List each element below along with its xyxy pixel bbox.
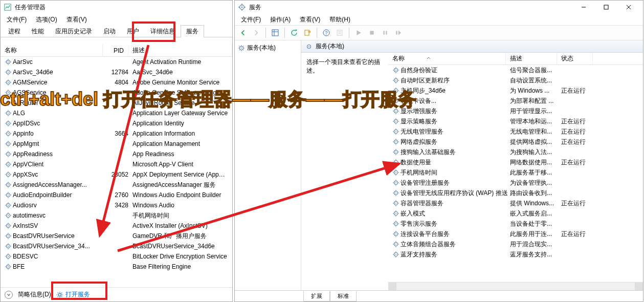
list-item[interactable]: 显示策略服务管理本地和远...正在运行 <box>388 116 643 126</box>
minimize-button[interactable] <box>572 1 595 14</box>
svg-rect-155 <box>370 31 373 34</box>
table-row[interactable]: autotimesvc手机网络时间 <box>1 210 232 221</box>
list-item[interactable]: 自然身份验证信号聚合器服... <box>388 65 643 75</box>
collapse-icon[interactable] <box>5 291 13 299</box>
menu-view[interactable]: 查看(V) <box>62 14 91 25</box>
restart-button[interactable] <box>392 27 405 39</box>
table-row[interactable]: AJRouterAllJoyn Router Service <box>1 98 232 108</box>
list-item[interactable]: 显示增强服务用于管理显示... <box>388 106 643 116</box>
list-item[interactable]: 蓝牙支持服务蓝牙服务支持... <box>388 249 643 260</box>
list-body[interactable]: 自然身份验证信号聚合器服...自动时区更新程序自动设置系统...主机同步_34d… <box>388 65 643 282</box>
pause-button[interactable] <box>379 27 391 39</box>
table-body[interactable]: AarSvcAgent Activation RuntimeAarSvc_34d… <box>1 57 232 272</box>
service-icon <box>5 161 12 168</box>
table-row[interactable]: AppIDSvcApplication Identity <box>1 118 232 128</box>
service-icon <box>5 79 12 86</box>
menu-options[interactable]: 选项(O) <box>32 14 61 25</box>
svg-point-122 <box>8 266 9 267</box>
titlebar: 任务管理器 <box>1 1 232 14</box>
list-item[interactable]: 零售演示服务当设备处于零... <box>388 219 643 229</box>
list-item[interactable]: 自动时区更新程序自动设置系统... <box>388 75 643 85</box>
gear-icon <box>56 291 63 298</box>
services-icon <box>238 3 246 11</box>
tab-users[interactable]: 用户 <box>121 25 145 37</box>
table-row[interactable]: Audiosrv3428Windows Audio <box>1 200 232 210</box>
menu-file[interactable]: 文件(F) <box>3 14 31 25</box>
tab-standard[interactable]: 标准 <box>330 291 357 301</box>
window-title: 任务管理器 <box>15 3 229 12</box>
menu-action[interactable]: 操作(A) <box>266 14 295 25</box>
service-list: 名称 描述 状态 自然身份验证信号聚合器服...自动时区更新程序自动设置系统..… <box>388 53 643 290</box>
start-button[interactable] <box>352 27 365 39</box>
open-services-link[interactable]: 打开服务 <box>56 290 90 299</box>
list-item[interactable]: 主机同步_34d6e为 Windows ...正在运行 <box>388 85 643 96</box>
svg-point-62 <box>8 164 9 165</box>
list-item[interactable]: 设备管理注册服务为设备管理执... <box>388 178 643 188</box>
menu-help[interactable]: 帮助(H) <box>325 14 354 25</box>
list-item[interactable]: 无线电管理服务无线电管理和...正在运行 <box>388 126 643 137</box>
table-row[interactable]: AssignedAccessManager...AssignedAccessMa… <box>1 180 232 190</box>
horizontal-scrollbar[interactable] <box>388 282 643 290</box>
list-item[interactable]: 容器管理器服务提供 Windows...正在运行 <box>388 198 643 208</box>
col-desc[interactable]: 描述 <box>506 53 557 65</box>
tab-services[interactable]: 服务 <box>181 25 204 37</box>
table-row[interactable]: BcastDVRUserServiceGameDVR 和广播用户服务 <box>1 231 232 241</box>
svg-point-8 <box>8 72 9 73</box>
list-item[interactable]: 搜狗输入法基础服务为搜狗输入法... <box>388 147 643 157</box>
table-row[interactable]: AppXSvc23052AppX Deployment Service (App… <box>1 169 232 180</box>
table-row[interactable]: AppReadinessApp Readiness <box>1 149 232 159</box>
table-row[interactable]: AppMgmtApplication Management <box>1 139 232 149</box>
tree-root[interactable]: 服务(本地) <box>237 42 299 53</box>
brief-info-link[interactable]: 简略信息(D) <box>18 290 51 299</box>
show-hide-tree-button[interactable] <box>269 27 281 39</box>
list-pane: 服务(本地) 选择一个项目来查看它的描述。 名称 描述 状态 自然身份验 <box>301 40 643 290</box>
maximize-button[interactable] <box>595 1 617 14</box>
tab-startup[interactable]: 启动 <box>98 25 121 37</box>
col-status[interactable]: 状态 <box>557 53 593 65</box>
tab-details[interactable]: 详细信息 <box>145 25 181 37</box>
list-item[interactable]: 设备管理无线应用程序协议 (WAP) 推送...路由设备收到... <box>388 188 643 198</box>
list-item[interactable]: 连接设备平台服务此服务用于连...正在运行 <box>388 229 643 239</box>
tab-app-history[interactable]: 应用历史记录 <box>50 25 98 37</box>
table-row[interactable]: AGMService4804Adobe Genuine Monitor Serv… <box>1 77 232 88</box>
table-row[interactable]: BFEBase Filtering Engine <box>1 262 232 272</box>
table-row[interactable]: AarSvcAgent Activation Runtime <box>1 57 232 67</box>
list-item[interactable]: 手机网络时间此服务基于移... <box>388 167 643 178</box>
tree-pane[interactable]: 服务(本地) <box>235 40 301 290</box>
properties-button[interactable] <box>334 27 346 39</box>
table-row[interactable]: AppVClientMicrosoft App-V Client <box>1 159 232 169</box>
table-row[interactable]: AGSServiceAdobe Genuine Software Integri… <box>1 88 232 98</box>
tab-performance[interactable]: 性能 <box>26 25 50 37</box>
svg-point-80 <box>8 195 9 196</box>
menu-view[interactable]: 查看(V) <box>296 14 324 25</box>
forward-button[interactable] <box>250 27 262 39</box>
table-row[interactable]: AudioEndpointBuilder2760Windows Audio En… <box>1 190 232 200</box>
list-item[interactable]: 立体音频组合器服务用于混合现实... <box>388 239 643 249</box>
service-icon <box>392 118 399 125</box>
list-item[interactable]: 数据使用量网络数据使用...正在运行 <box>388 157 643 167</box>
export-button[interactable] <box>301 27 314 39</box>
tab-processes[interactable]: 进程 <box>3 25 26 37</box>
tab-extended[interactable]: 扩展 <box>303 291 330 301</box>
table-row[interactable]: AxInstSVActiveX Installer (AxInstSV) <box>1 221 232 231</box>
service-icon <box>392 128 399 135</box>
table-row[interactable]: Appinfo3664Application Information <box>1 128 232 139</box>
col-pid[interactable]: PID <box>103 45 128 56</box>
col-name[interactable]: 名称 <box>1 44 103 57</box>
back-button[interactable] <box>237 27 249 39</box>
close-button[interactable] <box>617 1 640 14</box>
help-button[interactable]: ? <box>320 27 332 39</box>
table-row[interactable]: AarSvc_34d6e12784AarSvc_34d6e <box>1 67 232 77</box>
table-row[interactable]: BcastDVRUserService_34...BcastDVRUserSer… <box>1 241 232 251</box>
table-row[interactable]: BDESVCBitLocker Drive Encryption Service <box>1 251 232 262</box>
service-icon <box>5 120 12 127</box>
menu-file[interactable]: 文件(F) <box>237 14 265 25</box>
table-row[interactable]: ALGApplication Layer Gateway Service <box>1 108 232 118</box>
list-item[interactable]: 智能卡设备...为部署和配置 ... <box>388 96 643 106</box>
stop-button[interactable] <box>366 27 378 39</box>
list-item[interactable]: 嵌入模式嵌入式服务启... <box>388 208 643 219</box>
col-desc[interactable]: 描述 <box>128 44 232 57</box>
refresh-button[interactable] <box>288 27 300 39</box>
col-name[interactable]: 名称 <box>388 53 506 65</box>
list-item[interactable]: 网络虚拟服务提供网络虚拟...正在运行 <box>388 137 643 147</box>
